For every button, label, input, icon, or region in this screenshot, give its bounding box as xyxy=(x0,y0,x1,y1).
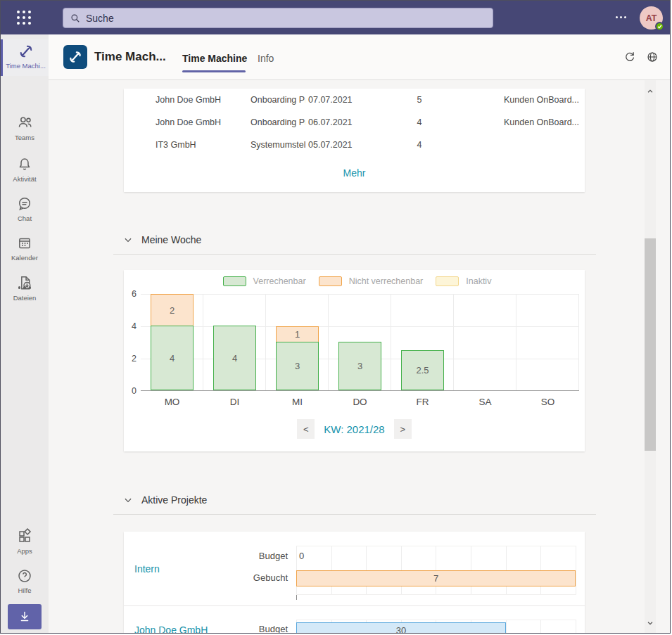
search-icon xyxy=(70,13,80,23)
sidebar-item-chat[interactable]: Chat xyxy=(1,192,49,222)
projects-card: Intern Budget 0 Gebucht 7 John Doe GmbH … xyxy=(124,532,585,634)
prev-week-button[interactable]: < xyxy=(297,419,315,439)
legend-swatch-nicht-verrechenbar xyxy=(319,276,342,286)
cell-quantity: 4 xyxy=(411,114,428,131)
week-navigation: < KW: 2021/28 > xyxy=(124,419,585,439)
sidebar-item-label: Kalender xyxy=(11,254,38,262)
teams-icon xyxy=(16,114,34,132)
row-label-gebucht: Gebucht xyxy=(236,572,288,584)
table-row[interactable]: IT3 GmbH Systemumstellun... 05.07.2021 4 xyxy=(124,136,585,153)
bar-mo-verrechenbar[interactable]: 4 xyxy=(151,326,194,390)
legend-swatch-verrechenbar xyxy=(223,276,246,286)
time-machine-icon xyxy=(18,43,34,60)
cell-customer: John Doe GmbH xyxy=(156,114,247,131)
tab-info[interactable]: Info xyxy=(258,53,274,64)
project-link-intern[interactable]: Intern xyxy=(134,563,160,575)
bar-di-verrechenbar[interactable]: 4 xyxy=(213,326,256,390)
avatar[interactable]: AT xyxy=(640,6,663,30)
cell-quantity: 5 xyxy=(411,91,428,108)
waffle-icon[interactable] xyxy=(17,11,31,25)
bar-mi-nicht-verrechenbar[interactable]: 1 xyxy=(276,326,319,342)
top-bar: Suche AT xyxy=(1,1,670,34)
week-chart-card: Verrechenbar Nicht verrechenbar Inaktiv … xyxy=(124,270,585,451)
bar-mo-nicht-verrechenbar[interactable]: 2 xyxy=(151,294,194,326)
avatar-initials: AT xyxy=(646,13,657,23)
y-tick: 6 xyxy=(124,289,137,299)
sidebar-item-activity[interactable]: Aktivität xyxy=(1,153,49,183)
chevron-down-icon xyxy=(123,235,133,245)
more-link[interactable]: Mehr xyxy=(124,165,585,181)
sidebar-item-apps[interactable]: Apps xyxy=(1,525,49,555)
section-header-meine-woche[interactable]: Meine Woche xyxy=(113,226,596,255)
x-label-fr: FR xyxy=(391,397,454,407)
bar-fr-verrechenbar[interactable]: 2.5 xyxy=(401,350,444,390)
chat-icon xyxy=(16,195,33,212)
sidebar-item-help[interactable]: Hilfe xyxy=(1,564,49,594)
next-week-button[interactable]: > xyxy=(394,419,412,439)
app-logo xyxy=(63,45,87,69)
bar-chart-plot: 2 4 4 1 3 3 2.5 xyxy=(141,294,579,391)
bar-do-verrechenbar[interactable]: 3 xyxy=(338,342,381,390)
week-label[interactable]: KW: 2021/28 xyxy=(324,423,384,435)
cell-customer: John Doe GmbH xyxy=(156,91,247,108)
app-header: Time Mach... Time Machine Info xyxy=(49,34,671,80)
section-title: Aktive Projekte xyxy=(141,494,207,506)
project-divider xyxy=(124,605,585,606)
sidebar-item-label: Chat xyxy=(18,214,32,222)
time-machine-logo-icon xyxy=(68,49,83,65)
refresh-icon[interactable] xyxy=(623,51,636,66)
cell-date: 05.07.2021 xyxy=(308,136,364,153)
active-tab-underline xyxy=(182,70,246,72)
sidebar-item-calendar[interactable]: Kalender xyxy=(1,231,49,262)
chevron-down-icon xyxy=(123,495,133,505)
cell-description: Kunden OnBoard... xyxy=(504,114,583,131)
table-row[interactable]: John Doe GmbH Onboarding Proj... 07.07.2… xyxy=(124,91,585,108)
main-content: John Doe GmbH Onboarding Proj... 07.07.2… xyxy=(49,80,671,634)
chart-legend: Verrechenbar Nicht verrechenbar Inaktiv xyxy=(124,276,585,286)
teams-window: Suche AT Time Machi... Teams Aktivität C… xyxy=(0,0,671,634)
search-input[interactable]: Suche xyxy=(63,8,493,28)
x-label-di: DI xyxy=(203,397,266,407)
section-title: Meine Woche xyxy=(141,234,201,245)
bookings-card: John Doe GmbH Onboarding Proj... 07.07.2… xyxy=(124,89,585,192)
gebucht-bar-intern[interactable]: 7 xyxy=(296,570,576,586)
help-icon xyxy=(16,567,33,584)
scroll-up-icon[interactable] xyxy=(645,86,656,97)
y-tick: 0 xyxy=(124,386,137,396)
scrollbar-thumb[interactable] xyxy=(645,238,656,451)
budget-value-intern: 0 xyxy=(299,551,304,561)
get-app-button[interactable] xyxy=(8,604,42,629)
sidebar-item-label: Time Machi... xyxy=(6,62,46,70)
globe-icon[interactable] xyxy=(646,51,659,66)
y-tick: 2 xyxy=(124,354,137,364)
axis-tick xyxy=(296,595,297,600)
apps-icon xyxy=(16,528,33,545)
sidebar-more-icon[interactable] xyxy=(1,286,49,289)
sidebar-item-label: Apps xyxy=(17,547,32,555)
calendar-icon xyxy=(16,235,33,252)
project-link-john-doe[interactable]: John Doe GmbH xyxy=(134,624,208,634)
cell-date: 06.07.2021 xyxy=(308,114,364,131)
sidebar-item-label: Teams xyxy=(15,134,34,141)
section-header-aktive-projekte[interactable]: Aktive Projekte xyxy=(113,486,596,515)
bar-mi-verrechenbar[interactable]: 3 xyxy=(276,342,319,390)
bell-icon xyxy=(16,156,33,173)
budget-bar-john-doe[interactable]: 30 xyxy=(296,622,506,634)
sidebar-item-label: Aktivität xyxy=(13,175,36,183)
row-label-budget: Budget xyxy=(236,551,288,563)
vertical-scrollbar[interactable] xyxy=(645,80,656,634)
legend-label: Nicht verrechenbar xyxy=(349,276,424,286)
sidebar-item-time-machine[interactable]: Time Machi... xyxy=(1,39,49,76)
tab-time-machine[interactable]: Time Machine xyxy=(182,53,247,64)
legend-label: Verrechenbar xyxy=(253,276,306,286)
x-label-so: SO xyxy=(516,397,579,407)
sidebar-item-teams[interactable]: Teams xyxy=(1,110,49,141)
status-available-icon xyxy=(655,22,664,31)
search-placeholder: Suche xyxy=(86,13,114,24)
scroll-down-icon[interactable] xyxy=(645,617,656,629)
x-label-do: DO xyxy=(329,397,391,407)
table-row[interactable]: John Doe GmbH Onboarding Proj... 06.07.2… xyxy=(124,114,585,131)
sidebar-item-label: Dateien xyxy=(13,294,37,302)
legend-label: Inaktiv xyxy=(466,276,491,286)
more-options-icon[interactable] xyxy=(616,16,626,18)
